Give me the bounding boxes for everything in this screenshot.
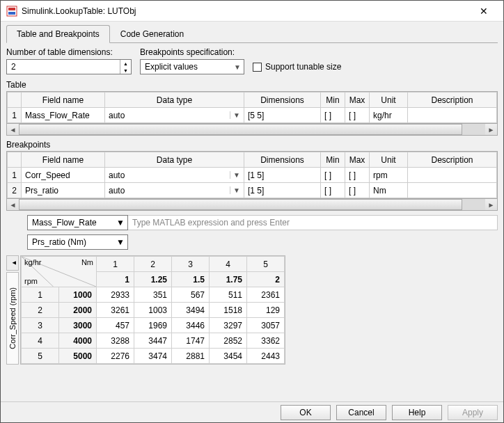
tab-table-breakpoints[interactable]: Table and Breakpoints bbox=[6, 25, 110, 43]
data-cell[interactable]: 457 bbox=[97, 318, 134, 333]
spinner-down-icon[interactable]: ▼ bbox=[120, 67, 131, 74]
data-cell[interactable]: 511 bbox=[210, 287, 247, 303]
col-bp[interactable]: 1 bbox=[97, 272, 134, 287]
data-cell[interactable]: 567 bbox=[172, 287, 210, 303]
scroll-thumb[interactable] bbox=[19, 124, 462, 135]
cell-unit[interactable]: rpm bbox=[370, 168, 408, 183]
hscrollbar[interactable]: ◄ ► bbox=[6, 124, 498, 136]
data-cell[interactable]: 3297 bbox=[210, 318, 247, 333]
section-label-table: Table bbox=[6, 80, 498, 90]
cell-unit[interactable]: Nm bbox=[370, 183, 408, 198]
checkbox-box[interactable] bbox=[253, 63, 262, 72]
hscrollbar[interactable]: ◄ ► bbox=[6, 199, 498, 211]
cancel-button[interactable]: Cancel bbox=[336, 405, 386, 420]
row-bp[interactable]: 2000 bbox=[59, 303, 97, 318]
table-row[interactable]: 1 Mass_Flow_Rate auto▼ [5 5] [ ] [ ] kg/… bbox=[8, 108, 497, 123]
data-cell[interactable]: 3447 bbox=[134, 333, 172, 349]
chevron-down-icon[interactable]: ▼ bbox=[230, 186, 240, 194]
cell-min[interactable]: [ ] bbox=[321, 183, 345, 198]
chevron-down-icon[interactable]: ▼ bbox=[230, 171, 240, 179]
cell-dims[interactable]: [5 5] bbox=[244, 108, 321, 123]
bp-select[interactable]: Prs_ratio (Nm) ▼ bbox=[27, 234, 128, 250]
data-cell[interactable]: 1747 bbox=[172, 333, 210, 349]
chevron-down-icon[interactable]: ▼ bbox=[230, 111, 240, 119]
data-cell[interactable]: 3446 bbox=[172, 318, 210, 333]
numdim-input[interactable] bbox=[7, 60, 120, 74]
data-cell[interactable]: 3288 bbox=[97, 333, 134, 349]
data-cell[interactable]: 351 bbox=[134, 287, 172, 303]
table-row[interactable]: 1 Corr_Speed auto▼ [1 5] [ ] [ ] rpm bbox=[8, 168, 497, 183]
data-cell[interactable]: 2852 bbox=[210, 333, 247, 349]
col-index: 3 bbox=[172, 257, 210, 272]
col-bp[interactable]: 1.75 bbox=[210, 272, 247, 287]
close-icon[interactable]: ✕ bbox=[470, 6, 498, 17]
tunable-checkbox[interactable]: Support tunable size bbox=[253, 62, 341, 72]
cell-fieldname[interactable]: Corr_Speed bbox=[22, 168, 105, 183]
cell-min[interactable]: [ ] bbox=[321, 108, 345, 123]
col-bp[interactable]: 1.25 bbox=[134, 272, 172, 287]
cell-unit[interactable]: kg/hr bbox=[370, 108, 408, 123]
col-bp[interactable]: 2 bbox=[247, 272, 285, 287]
table-select[interactable]: Mass_Flow_Rate ▼ bbox=[27, 215, 128, 230]
bpspec-label: Breakpoints specification: bbox=[140, 47, 244, 57]
data-cell[interactable]: 3474 bbox=[134, 349, 172, 364]
col-bp[interactable]: 1.5 bbox=[172, 272, 210, 287]
cell-datatype[interactable]: auto▼ bbox=[105, 183, 244, 198]
scroll-thumb[interactable] bbox=[19, 199, 462, 210]
cell-desc[interactable] bbox=[408, 108, 497, 123]
scroll-left-icon[interactable]: ◄ bbox=[7, 126, 19, 134]
row-bp[interactable]: 5000 bbox=[59, 349, 97, 364]
cell-dims[interactable]: [1 5] bbox=[244, 183, 321, 198]
cell-datatype[interactable]: auto▼ bbox=[105, 168, 244, 183]
tab-strip: Table and Breakpoints Code Generation bbox=[6, 24, 498, 43]
data-cell[interactable]: 3261 bbox=[97, 303, 134, 318]
data-cell[interactable]: 2443 bbox=[247, 349, 285, 364]
cell-min[interactable]: [ ] bbox=[321, 168, 345, 183]
data-cell[interactable]: 3494 bbox=[172, 303, 210, 318]
numdim-spinner[interactable]: ▲ ▼ bbox=[6, 59, 132, 74]
data-cell[interactable]: 2933 bbox=[97, 287, 134, 303]
data-cell[interactable]: 3057 bbox=[247, 318, 285, 333]
row-index: 1 bbox=[8, 168, 22, 183]
table-row[interactable]: 2 Prs_ratio auto▼ [1 5] [ ] [ ] Nm bbox=[8, 183, 497, 198]
ok-button[interactable]: OK bbox=[281, 405, 331, 420]
data-cell[interactable]: 1518 bbox=[210, 303, 247, 318]
data-cell[interactable]: 1003 bbox=[134, 303, 172, 318]
cell-desc[interactable] bbox=[408, 183, 497, 198]
cell-desc[interactable] bbox=[408, 168, 497, 183]
spinner-up-icon[interactable]: ▲ bbox=[120, 60, 131, 67]
cell-dims[interactable]: [1 5] bbox=[244, 168, 321, 183]
data-cell[interactable]: 3362 bbox=[247, 333, 285, 349]
row-bp[interactable]: 3000 bbox=[59, 318, 97, 333]
cell-max[interactable]: [ ] bbox=[345, 183, 370, 198]
data-cell[interactable]: 129 bbox=[247, 303, 285, 318]
col-index: 4 bbox=[210, 257, 247, 272]
cell-fieldname[interactable]: Prs_ratio bbox=[22, 183, 105, 198]
row-bp[interactable]: 1000 bbox=[59, 287, 97, 303]
cell-datatype[interactable]: auto▼ bbox=[105, 108, 244, 123]
corner-cell: kg/hr Nm rpm bbox=[22, 257, 97, 287]
cell-fieldname[interactable]: Mass_Flow_Rate bbox=[22, 108, 105, 123]
apply-button[interactable]: Apply bbox=[448, 405, 498, 420]
row-index: 5 bbox=[22, 349, 59, 364]
vtab-corr-speed[interactable]: Corr_Speed (rpm) bbox=[6, 272, 19, 365]
data-cell[interactable]: 2881 bbox=[172, 349, 210, 364]
data-cell[interactable]: 3454 bbox=[210, 349, 247, 364]
bpspec-select[interactable]: Explicit values ▼ bbox=[140, 59, 244, 74]
col-index: 1 bbox=[97, 257, 134, 272]
vtab-collapse[interactable]: ▸ bbox=[6, 255, 19, 271]
data-cell[interactable]: 1969 bbox=[134, 318, 172, 333]
data-grid: kg/hr Nm rpm 1 2 3 4 5 1 1.25 bbox=[20, 255, 285, 365]
scroll-right-icon[interactable]: ► bbox=[485, 126, 497, 134]
help-button[interactable]: Help bbox=[392, 405, 442, 420]
scroll-right-icon[interactable]: ► bbox=[485, 201, 497, 209]
cell-max[interactable]: [ ] bbox=[345, 168, 370, 183]
data-cell[interactable]: 2361 bbox=[247, 287, 285, 303]
cell-max[interactable]: [ ] bbox=[345, 108, 370, 123]
row-bp[interactable]: 4000 bbox=[59, 333, 97, 349]
scroll-left-icon[interactable]: ◄ bbox=[7, 201, 19, 209]
expression-input[interactable]: Type MATLAB expression and press Enter bbox=[128, 215, 498, 230]
data-row: 5 5000 2276 3474 2881 3454 2443 bbox=[22, 349, 285, 364]
data-cell[interactable]: 2276 bbox=[97, 349, 134, 364]
tab-code-generation[interactable]: Code Generation bbox=[110, 25, 194, 43]
